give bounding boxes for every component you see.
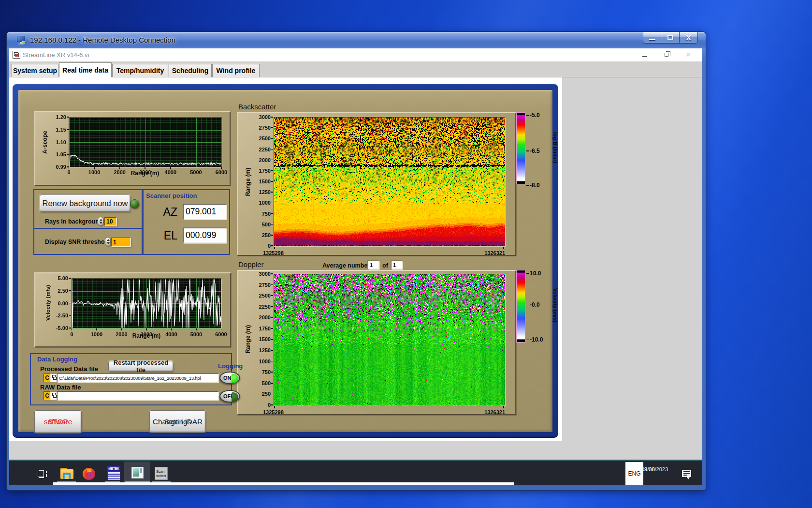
- tick-label: [67, 154, 69, 155]
- scanner-position-title: Scanner position: [146, 192, 197, 199]
- average-number-field[interactable]: 1: [368, 261, 379, 269]
- renew-led-indicator: [130, 199, 139, 209]
- tick-label: 250: [250, 391, 271, 397]
- a-scope-ylabel: A-scope: [42, 123, 48, 162]
- tab-scheduling[interactable]: Scheduling: [169, 64, 212, 77]
- processed-drive-box[interactable]: C: [44, 374, 51, 382]
- snr-value-field[interactable]: 1: [111, 238, 130, 247]
- average-total-field[interactable]: 1: [391, 261, 402, 269]
- tick-label: -8.0: [530, 182, 540, 188]
- remote-desktop-icon: [17, 36, 27, 45]
- average-number-value: 1: [370, 262, 373, 268]
- tick-label: [96, 329, 97, 330]
- raw-path-field[interactable]: [57, 391, 218, 400]
- backscatter-x-start: 1325298: [263, 250, 292, 256]
- tick-label: 1000: [87, 331, 106, 337]
- tab-system-setup[interactable]: System setup: [12, 64, 58, 77]
- rays-value-field[interactable]: 10: [104, 217, 116, 226]
- tick-label: [171, 329, 172, 330]
- tab-label: Wind profile: [217, 67, 256, 75]
- firefox-icon[interactable]: [83, 468, 95, 480]
- processed-logging-toggle-on[interactable]: ON: [219, 372, 240, 384]
- tick-label: [271, 160, 273, 161]
- close-icon: X: [686, 34, 691, 41]
- rays-spinner[interactable]: [98, 217, 103, 226]
- processed-path-field[interactable]: C:\Lidar\Data\Proc\2023\202308\20230809\…: [57, 374, 218, 382]
- tick-label: -10.0: [530, 337, 543, 343]
- scan-scheduler-icon[interactable]: Scansched: [155, 467, 168, 480]
- tick-label: [526, 115, 529, 116]
- app-minimize-button[interactable]: [638, 48, 652, 61]
- app-title: StreamLine XR v14-6.vi: [23, 51, 89, 59]
- restart-processed-file-button[interactable]: Restart processed file: [108, 361, 174, 372]
- snr-spinner[interactable]: [105, 237, 111, 246]
- tick-label: [69, 290, 71, 291]
- data-logging-box: Data Logging Processed Data file Restart…: [30, 353, 232, 405]
- tab-wind-profile[interactable]: Wind profile: [212, 64, 260, 77]
- minimize-icon: [642, 56, 647, 57]
- tick-label: 1750: [250, 326, 271, 331]
- stop-software-button[interactable]: STOP software: [34, 410, 82, 433]
- tick-label: [271, 295, 273, 296]
- app-restore-button[interactable]: [659, 48, 674, 61]
- rdp-maximize-button[interactable]: [661, 32, 680, 44]
- raw-drive-box[interactable]: C: [44, 391, 51, 400]
- task-view-icon[interactable]: [38, 470, 47, 478]
- off-led: [232, 392, 238, 402]
- tick-label: [271, 192, 273, 193]
- scansched-line1: Scan: [156, 469, 164, 474]
- doppler-chart: 3000275025002250200017501500125010007505…: [237, 270, 516, 415]
- language-indicator[interactable]: ENG: [625, 462, 643, 485]
- app-close-button[interactable]: ✕: [681, 48, 696, 61]
- doppler-colorbar-label: Velocity (m/s): [552, 282, 558, 329]
- backscatter-chart: 3000275025002250200017501500125010007505…: [237, 112, 516, 256]
- notification-center-icon[interactable]: [682, 470, 691, 477]
- raw-path-type-icon[interactable]: [51, 391, 57, 400]
- el-value-indicator: 000.099: [183, 228, 226, 243]
- tick-label: [221, 329, 222, 330]
- backscatter-x-end: 1326321: [476, 250, 505, 256]
- change-lidar-settings-button[interactable]: Change LiDAR Settings: [149, 410, 206, 433]
- average-number-label: Average number: [322, 262, 370, 269]
- tab-temp-humidity[interactable]: Temp/humidity: [112, 64, 168, 77]
- minimize-icon: [649, 39, 655, 40]
- restore-icon: [665, 53, 668, 57]
- tick-label: 2500: [250, 293, 271, 299]
- tab-real-time-data[interactable]: Real time data: [59, 62, 112, 77]
- tick-label: [72, 329, 72, 330]
- metek-app-icon[interactable]: METEK: [107, 466, 120, 480]
- raw-file-label: RAW Data file: [40, 384, 81, 391]
- tick-label: [69, 303, 71, 304]
- renew-background-button[interactable]: Renew background now: [40, 194, 130, 212]
- file-explorer-icon[interactable]: [60, 468, 73, 479]
- tick-label: 500: [250, 222, 271, 227]
- rdp-close-button[interactable]: X: [680, 32, 698, 44]
- tick-label: [271, 117, 273, 118]
- snr-label: Display SNR threshold: [45, 239, 110, 245]
- doppler-x-start: 1325298: [263, 409, 292, 415]
- tick-label: [271, 350, 273, 351]
- tick-label: [271, 284, 273, 285]
- language-code: ENG: [628, 470, 640, 477]
- rdp-window-title: 192.168.0.122 - Remote Desktop Connectio…: [30, 36, 175, 44]
- rdp-window-buttons: X: [643, 32, 698, 45]
- panel-frame: 1.201.151.101.050.99 0100020003000400050…: [13, 84, 558, 438]
- raw-logging-toggle-off[interactable]: OFF: [219, 390, 240, 403]
- tick-label: [271, 235, 273, 236]
- processed-path-type-icon[interactable]: [51, 374, 57, 382]
- tick-label: 750: [250, 369, 271, 375]
- rdp-minimize-button[interactable]: [643, 32, 661, 44]
- rdp-titlebar: 192.168.0.122 - Remote Desktop Connectio…: [7, 32, 706, 48]
- tab-label: Real time data: [62, 66, 108, 74]
- tick-label: [67, 142, 69, 143]
- tick-label: [271, 138, 273, 139]
- tab-label: Scheduling: [172, 67, 208, 75]
- tick-label: 0: [59, 169, 79, 175]
- peek-window-strip: [53, 482, 514, 485]
- el-label: EL: [157, 229, 177, 242]
- on-label: ON: [223, 375, 232, 381]
- tick-label: [526, 150, 529, 151]
- el-value: 000.099: [186, 230, 216, 240]
- velocity-chart: 5.002.500.00-2.50-5.00 01000200030004000…: [34, 272, 231, 347]
- tick-label: -6.5: [530, 148, 540, 154]
